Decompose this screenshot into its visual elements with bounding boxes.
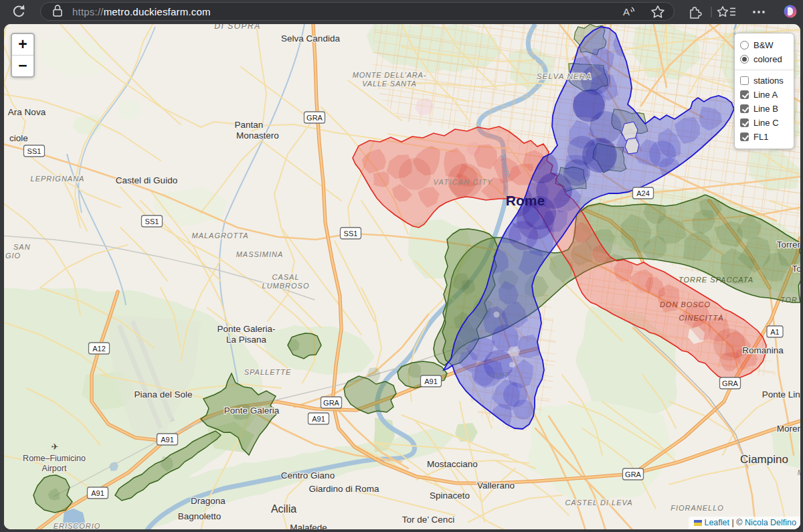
svg-text:Ponte Galeria: Ponte Galeria: [224, 406, 280, 416]
svg-text:MALAGROTTA: MALAGROTTA: [192, 232, 249, 240]
svg-text:CASTEL DI LEVA: CASTEL DI LEVA: [565, 499, 632, 507]
svg-text:Castel di Guido: Castel di Guido: [116, 175, 177, 185]
svg-text:Dragona: Dragona: [191, 496, 226, 506]
svg-text:GRA: GRA: [625, 470, 642, 478]
svg-text:CASAL: CASAL: [272, 273, 299, 281]
svg-text:CINECITTÀ: CINECITTÀ: [679, 314, 723, 322]
svg-text:Torr: Torr: [792, 264, 800, 274]
svg-text:GRA: GRA: [722, 379, 739, 387]
svg-text:SS1: SS1: [145, 217, 159, 226]
svg-text:Torren: Torren: [777, 240, 800, 250]
svg-text:Piana del Sole: Piana del Sole: [134, 389, 192, 400]
svg-text:SS1: SS1: [27, 147, 41, 155]
svg-text:A91: A91: [91, 489, 104, 497]
svg-text:TOR V: TOR V: [781, 296, 800, 304]
svg-text:Romanina: Romanina: [742, 345, 784, 355]
svg-text:Centro Giano: Centro Giano: [281, 470, 335, 480]
svg-text:MONTE DELL’ARA-: MONTE DELL’ARA-: [353, 71, 426, 79]
svg-text:EUR: EUR: [490, 371, 509, 379]
svg-text:SPALLETTE: SPALLETTE: [244, 368, 292, 376]
svg-text:LUMBROSO: LUMBROSO: [262, 282, 310, 290]
svg-text:VALLE SANTA: VALLE SANTA: [362, 80, 416, 88]
svg-text:GIO: GIO: [5, 252, 21, 260]
svg-text:A24: A24: [636, 189, 650, 197]
svg-text:GRA: GRA: [306, 114, 323, 122]
svg-text:Malafede: Malafede: [290, 523, 327, 529]
svg-text:ERISCORIO: ERISCORIO: [54, 522, 101, 529]
svg-text:Ara Nova: Ara Nova: [8, 107, 46, 117]
svg-text:Giardino di Roma: Giardino di Roma: [308, 484, 379, 494]
svg-text:SELVA NERA: SELVA NERA: [537, 72, 592, 80]
svg-text:A: A: [623, 6, 630, 17]
svg-text:Vallerano: Vallerano: [477, 480, 515, 491]
svg-text:ciole: ciole: [9, 133, 28, 143]
svg-text:✈: ✈: [52, 442, 59, 452]
svg-text:GRA: GRA: [323, 399, 340, 407]
svg-text:VATICAN CITY: VATICAN CITY: [434, 178, 493, 186]
svg-text:A91: A91: [161, 436, 174, 444]
svg-text:Moren: Moren: [777, 424, 800, 434]
svg-text:Monastero: Monastero: [236, 130, 279, 141]
svg-text:Rome–Fiumicino: Rome–Fiumicino: [23, 454, 86, 463]
svg-text:LEPRIGNANA: LEPRIGNANA: [31, 175, 85, 183]
svg-text:Ponte Lina: Ponte Lina: [762, 389, 800, 400]
svg-text:A91: A91: [312, 415, 325, 423]
svg-text:Ponte Galeria-: Ponte Galeria-: [217, 324, 275, 334]
svg-text:M: M: [798, 469, 800, 476]
svg-text:A91: A91: [424, 377, 438, 385]
svg-text:La Pisana: La Pisana: [226, 335, 267, 345]
svg-text:Mostacciano: Mostacciano: [427, 459, 478, 469]
svg-text:Pantan: Pantan: [235, 120, 264, 130]
svg-text:Bagnoletto: Bagnoletto: [178, 511, 221, 521]
svg-text:DI SOPRA: DI SOPRA: [214, 24, 260, 31]
svg-text:A12: A12: [92, 345, 106, 353]
svg-text:MASSIMINA: MASSIMINA: [236, 250, 284, 258]
svg-text:FIORANELLO: FIORANELLO: [671, 504, 724, 512]
svg-text:Tor de’ Cenci: Tor de’ Cenci: [402, 515, 454, 525]
svg-text:Ciampino: Ciampino: [740, 453, 788, 466]
svg-text:SAN: SAN: [13, 243, 31, 251]
svg-text:TORRE SPACCATA: TORRE SPACCATA: [679, 276, 753, 284]
svg-text:DON BOSCO: DON BOSCO: [660, 300, 711, 308]
svg-text:Rome: Rome: [506, 193, 545, 208]
svg-text:A1: A1: [770, 328, 779, 336]
svg-text:SS1: SS1: [344, 230, 358, 238]
svg-text:Selva Candida: Selva Candida: [281, 33, 340, 43]
svg-text:Airport: Airport: [42, 464, 67, 473]
svg-text:Spinaceto: Spinaceto: [430, 491, 470, 501]
svg-text:Acilia: Acilia: [271, 503, 296, 515]
